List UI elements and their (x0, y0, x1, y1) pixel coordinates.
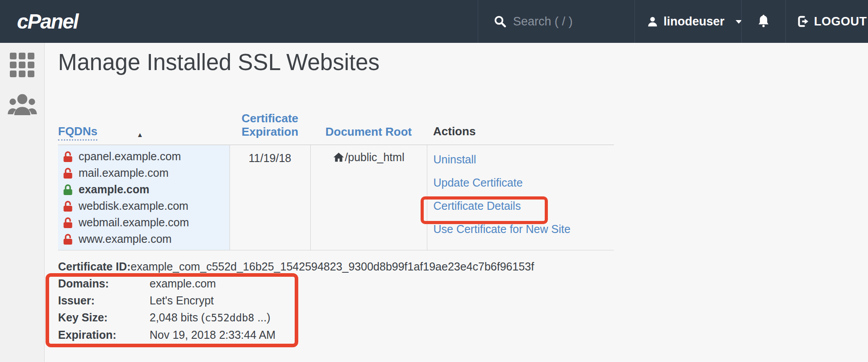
lock-open-icon (63, 200, 74, 212)
fqdn-label: mail.example.com (79, 166, 168, 179)
left-sidebar (0, 43, 45, 362)
username-label: linodeuser (664, 15, 725, 29)
action-link-update-certificate[interactable]: Update Certificate (434, 176, 523, 189)
detail-value: example.com (150, 275, 216, 292)
ssl-websites-table: FQDNs ▲ Certificate Expiration Document … (58, 112, 614, 250)
certificate-expiration-cell: 11/19/18 (230, 145, 310, 250)
detail-value: Let's Encrypt (150, 292, 214, 309)
lock-open-icon (63, 167, 74, 179)
logout-label: LOGOUT (814, 15, 867, 29)
detail-row-domains: Domains:example.com (58, 275, 275, 292)
certificate-id-label: Certificate ID: (58, 260, 131, 273)
detail-row-expiration: Expiration:Nov 19, 2018 2:33:44 AM (58, 326, 275, 343)
lock-open-icon (63, 217, 74, 229)
action-link-certificate-details[interactable]: Certificate Details (434, 199, 521, 212)
logout-button[interactable]: LOGOUT (785, 0, 868, 43)
search-input[interactable] (513, 15, 616, 29)
column-header-document-root: Document Root (310, 112, 427, 145)
detail-value: 2,048 bits (c552ddb8 ...) (150, 309, 271, 326)
fqdn-item: webmail.example.com (63, 214, 224, 231)
fqdn-item: www.example.com (63, 231, 224, 247)
column-header-fqdns: FQDNs ▲ (58, 112, 230, 145)
column-header-actions: Actions (427, 112, 614, 145)
fqdn-label: webmail.example.com (79, 216, 189, 229)
detail-label: Expiration: (58, 326, 150, 343)
fqdn-item: example.com (63, 181, 224, 198)
column-header-certificate-expiration: Certificate Expiration (230, 112, 310, 145)
certificate-summary: Domains:example.comIssuer:Let's EncryptK… (58, 275, 275, 343)
users-group-icon[interactable] (8, 92, 37, 118)
certificate-id-line: Certificate ID:example_com_c552d_16b25_1… (58, 258, 534, 275)
action-link-use-certificate-for-new-site[interactable]: Use Certificate for New Site (434, 222, 571, 236)
home-icon (333, 151, 345, 163)
bell-icon (756, 14, 771, 29)
fqdn-item: cpanel.example.com (63, 148, 224, 165)
actions-cell: UninstallUpdate CertificateCertificate D… (427, 145, 614, 250)
top-navbar: cPanel linodeuser (0, 0, 868, 43)
fqdns-sort-link[interactable]: FQDNs (58, 125, 97, 141)
certificate-id-value: example_com_c552d_16b25_1542594823_9300d… (131, 260, 534, 273)
fqdn-list: cpanel.example.commail.example.comexampl… (63, 148, 224, 247)
action-link-uninstall[interactable]: Uninstall (434, 153, 476, 166)
fqdn-cell: cpanel.example.commail.example.comexampl… (58, 145, 230, 250)
cpanel-logo[interactable]: cPanel (17, 0, 78, 43)
detail-label: Domains: (58, 275, 150, 292)
detail-label: Key Size: (58, 309, 150, 326)
fqdn-item: webdisk.example.com (63, 198, 224, 214)
user-icon (647, 16, 659, 28)
notifications-button[interactable] (741, 0, 785, 43)
user-menu[interactable]: linodeuser (634, 0, 741, 43)
logout-icon (797, 15, 810, 28)
search-icon (493, 15, 507, 28)
fqdn-label: cpanel.example.com (79, 150, 181, 163)
search-box (478, 0, 634, 43)
detail-row-issuer: Issuer:Let's Encrypt (58, 292, 275, 309)
page-title: Manage Installed SSL Websites (58, 49, 380, 75)
lock-open-icon (63, 151, 74, 162)
fqdn-label: www.example.com (79, 233, 171, 245)
table-row: cpanel.example.commail.example.comexampl… (58, 145, 614, 250)
lock-closed-icon (63, 184, 74, 196)
lock-open-icon (63, 233, 74, 245)
action-links: UninstallUpdate CertificateCertificate D… (434, 153, 614, 236)
detail-value: Nov 19, 2018 2:33:44 AM (150, 326, 275, 343)
document-root-path: /public_html (345, 151, 404, 164)
fqdn-label: example.com (79, 183, 149, 196)
detail-label: Issuer: (58, 292, 150, 309)
sort-ascending-icon[interactable]: ▲ (137, 131, 143, 138)
document-root-cell: /public_html (310, 145, 427, 250)
fqdn-item: mail.example.com (63, 165, 224, 181)
apps-grid-icon[interactable] (10, 53, 34, 77)
detail-row-key-size: Key Size:2,048 bits (c552ddb8 ...) (58, 309, 275, 326)
fqdn-label: webdisk.example.com (79, 200, 188, 212)
